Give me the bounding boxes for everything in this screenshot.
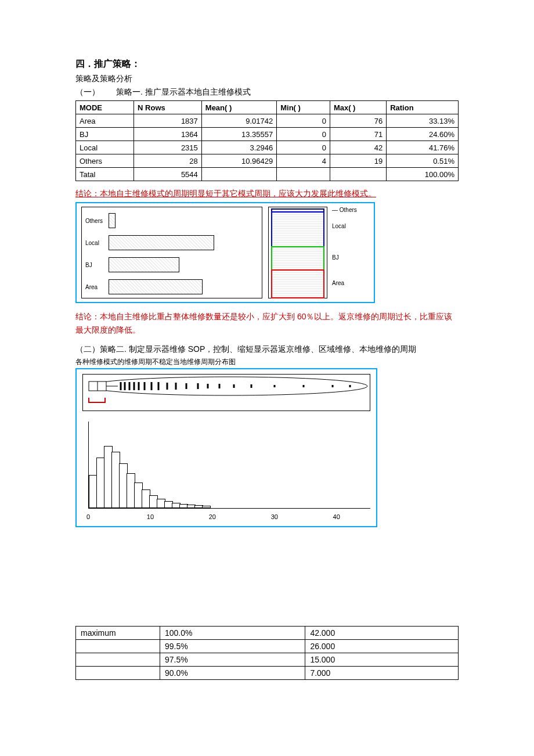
cell: 41.76% (387, 141, 459, 154)
cell (76, 640, 160, 653)
cell: 7.000 (305, 667, 459, 680)
th-ration: Ration (387, 101, 459, 114)
chart2-xticks: 0 10 20 30 40 (88, 513, 370, 521)
cell: 0.51% (387, 154, 459, 168)
table-row: 99.5% 26.000 (76, 640, 459, 653)
table-row: Tatal 5544 100.00% (76, 168, 459, 181)
cell: 90.0% (160, 667, 305, 680)
cell: 10.96429 (201, 154, 276, 168)
cell: 4 (277, 154, 330, 168)
rlabel: BJ (332, 254, 339, 261)
table-row: Local 2315 3.2946 0 42 41.76% (76, 141, 459, 154)
th-min: Min( ) (277, 101, 330, 114)
bar-label: BJ (85, 262, 109, 268)
chart2-histogram (88, 422, 370, 509)
strategy2-intro: （二）策略二. 制定显示器维修 SOP，控制、缩短显示器返京维修、区域维修、本地… (75, 343, 459, 355)
cell: 76 (330, 114, 386, 128)
cell: 33.13% (387, 114, 459, 128)
th-nrows: N Rows (134, 101, 202, 114)
cell: 0 (277, 141, 330, 154)
cell: 9.01742 (201, 114, 276, 128)
slice-local (271, 211, 324, 247)
bar-label: Area (85, 284, 109, 290)
bar-label: Local (85, 240, 109, 246)
bar-local (109, 235, 214, 250)
table-row: Others 28 10.96429 4 19 0.51% (76, 154, 459, 168)
th-mode: MODE (76, 101, 134, 114)
cell: 2315 (134, 141, 202, 154)
cell: 100.0% (160, 627, 305, 640)
slice-bj (271, 246, 324, 271)
table-row: BJ 1364 13.35557 0 71 24.60% (76, 128, 459, 141)
chart2-boxplot (82, 374, 370, 411)
xtick: 0 (86, 513, 90, 520)
cell: 42 (330, 141, 386, 154)
bar-label: Others (85, 218, 109, 224)
cell: 15.000 (305, 653, 459, 667)
rlabel: Area (332, 280, 344, 286)
cell: 99.5% (160, 640, 305, 653)
hbar (202, 506, 211, 508)
bar-bj (109, 257, 179, 272)
table-row: Area 1837 9.01742 0 76 33.13% (76, 114, 459, 128)
cell: Tatal (76, 168, 134, 181)
rlabel: Local (332, 223, 346, 229)
bar-others (109, 213, 116, 228)
bar-area (109, 279, 203, 294)
cell: 97.5% (160, 653, 305, 667)
chart1-stack-panel (268, 207, 327, 298)
slice-area (271, 269, 324, 298)
cell: 19 (330, 154, 386, 168)
conclusion-1: 结论：本地自主维修模式的周期明显短于其它模式周期，应该大力发展此维修模式。 (75, 187, 459, 200)
chart2-container: 0 10 20 30 40 (75, 368, 377, 527)
cell: 24.60% (387, 128, 459, 141)
cell: Area (76, 114, 134, 128)
cell (76, 667, 160, 680)
cell: 28 (134, 154, 202, 168)
conclusion-2: 结论：本地自主维修比重占整体维修数量还是较小，应扩大到 60％以上。返京维修的周… (75, 310, 459, 336)
table-header-row: MODE N Rows Mean( ) Min( ) Max( ) Ration (76, 101, 459, 114)
cell: 1837 (134, 114, 202, 128)
xtick: 40 (333, 513, 340, 520)
strategy1-intro: （一） 策略一. 推广显示器本地自主维修模式 (75, 86, 459, 98)
cell: Local (76, 141, 134, 154)
chart1-container: Others Local BJ Area — Others Local BJ A… (75, 202, 375, 303)
xtick: 20 (209, 513, 216, 520)
section-heading: 四．推广策略： (75, 58, 459, 70)
rlabel: — Others (332, 207, 357, 213)
svg-point-0 (89, 377, 367, 395)
chart1-right-labels: — Others Local BJ Area (332, 207, 367, 298)
cell (201, 168, 276, 181)
th-mean: Mean( ) (201, 101, 276, 114)
cell: 0 (277, 114, 330, 128)
cell: 100.00% (387, 168, 459, 181)
xtick: 10 (147, 513, 154, 520)
cell: 71 (330, 128, 386, 141)
chart1-bar-panel: Others Local BJ Area (81, 207, 262, 298)
cell: 13.35557 (201, 128, 276, 141)
cell: 5544 (134, 168, 202, 181)
cell (277, 168, 330, 181)
chart2-caption: 各种维修模式的维修周期不稳定当地维修周期分布图 (75, 357, 459, 367)
quantile-table: maximum 100.0% 42.000 99.5% 26.000 97.5%… (75, 626, 459, 680)
cell: 26.000 (305, 640, 459, 653)
subtitle: 策略及策略分析 (75, 73, 459, 85)
boxplot-svg (83, 375, 370, 411)
cell (76, 653, 160, 667)
cell: Others (76, 154, 134, 168)
xtick: 30 (271, 513, 278, 520)
table-row: maximum 100.0% 42.000 (76, 627, 459, 640)
table-row: 97.5% 15.000 (76, 653, 459, 667)
cell: 1364 (134, 128, 202, 141)
th-max: Max( ) (330, 101, 386, 114)
cell: BJ (76, 128, 134, 141)
mode-table: MODE N Rows Mean( ) Min( ) Max( ) Ration… (75, 100, 459, 181)
cell: 42.000 (305, 627, 459, 640)
cell (330, 168, 386, 181)
cell: 3.2946 (201, 141, 276, 154)
cell: maximum (76, 627, 160, 640)
cell: 0 (277, 128, 330, 141)
table-row: 90.0% 7.000 (76, 667, 459, 680)
